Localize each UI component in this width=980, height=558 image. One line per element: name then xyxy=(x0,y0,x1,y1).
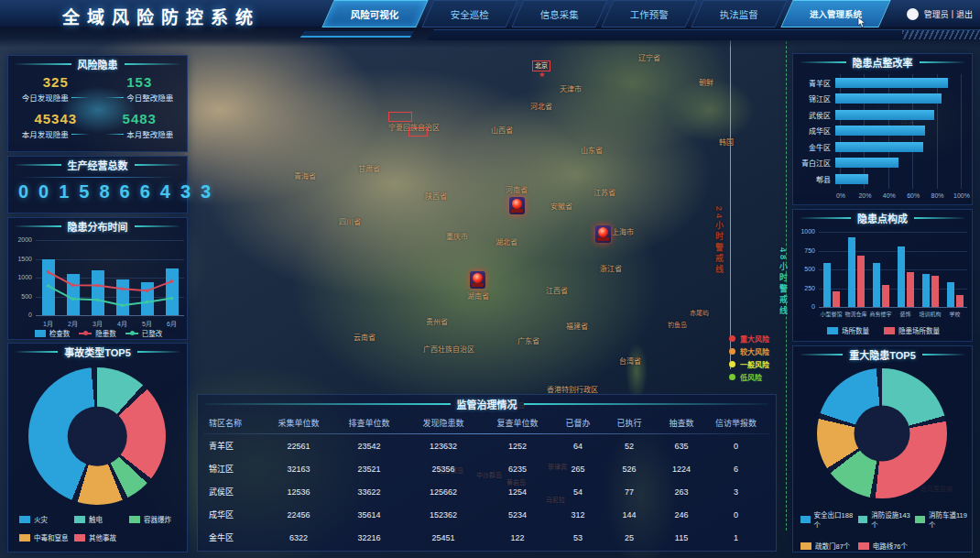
table-cell: 22456 xyxy=(264,510,333,520)
legend-item: 隐患场所数量 xyxy=(884,325,940,335)
risk-legend-label: 低风险 xyxy=(740,372,762,382)
legend-item: 检查数 xyxy=(35,328,71,338)
map-label: 河南省 xyxy=(506,184,528,194)
map-label: 重庆市 xyxy=(446,231,468,241)
tab-执法监督[interactable]: 执法监督 xyxy=(691,0,787,27)
x-tick: 4月 xyxy=(112,319,134,328)
tab-信息采集[interactable]: 信息采集 xyxy=(511,0,607,27)
panel-title: 隐患分布时间 xyxy=(8,218,187,233)
admin-entry-button[interactable]: 进入管理系统 xyxy=(780,0,890,27)
map-label: 天津市 xyxy=(560,83,582,93)
map-label: 湖北省 xyxy=(495,236,517,246)
legend-swatch xyxy=(858,542,869,550)
panel-title: 风险隐患 xyxy=(8,56,187,71)
x-tick: 40% xyxy=(879,192,899,199)
governance-table: 监管治理情况 辖区名称采集单位数排查单位数发现隐患数复查单位数已督办已执行抽查数… xyxy=(197,394,777,552)
map-label: 贵州省 xyxy=(426,316,448,326)
legend-label: 触电 xyxy=(89,514,103,524)
x-tick: 60% xyxy=(903,192,923,199)
legend-label: 隐患数 xyxy=(95,328,116,338)
rectify-bar xyxy=(835,174,868,184)
rectify-row: 青羊区 xyxy=(793,74,974,91)
x-tick: 20% xyxy=(855,192,875,199)
logout-link[interactable]: 退出 xyxy=(956,8,973,20)
gridline xyxy=(819,232,967,233)
warning-line-label: 24小时警戒线 xyxy=(713,206,725,276)
map-label: 甘肃省 xyxy=(358,163,380,173)
accident-type-donut xyxy=(28,367,166,505)
rectify-track xyxy=(835,142,956,152)
risk-legend-item: 重大风险 xyxy=(729,332,769,345)
panel-title: 隐患点构成 xyxy=(793,210,972,224)
rectify-rate-chart: 0%20%40%60%80%100%青羊区锦江区武侯区成华区金牛区青白江区郫县 xyxy=(793,72,974,204)
hazard-composition-chart: 02505007501000小型餐馆物流仓库商务楼宇装饰培训机构学校场所数量隐患… xyxy=(793,226,974,341)
legend-item: 中毒和窒息 xyxy=(19,532,71,542)
legend-swatch xyxy=(827,327,838,334)
alarm-marker-上海市[interactable] xyxy=(595,225,611,243)
tab-风险可视化[interactable]: 风险可视化 xyxy=(321,0,428,27)
x-tick: 100% xyxy=(952,192,972,199)
admin-entry-label: 进入管理系统 xyxy=(810,7,862,20)
tab-安全巡检[interactable]: 安全巡检 xyxy=(421,0,517,27)
gridline xyxy=(819,307,967,308)
table-cell: 成华区 xyxy=(203,509,264,520)
legend-label: 场所数量 xyxy=(842,325,869,335)
table-cell: 312 xyxy=(553,510,603,520)
table-cell: 32163 xyxy=(264,465,333,474)
table-cell: 青羊区 xyxy=(203,440,264,452)
table-cell: 635 xyxy=(656,442,707,451)
map-label: 河北省 xyxy=(530,101,552,111)
y-tick: 500 xyxy=(14,293,32,300)
table-header-cell: 已执行 xyxy=(603,417,656,429)
legend-label: 消防车道119个 xyxy=(929,509,969,530)
table-header-cell: 信访举报数 xyxy=(707,417,765,429)
user-area: 管理员 | 退出 xyxy=(907,0,973,27)
map-label: 福建省 xyxy=(566,321,588,331)
legend-label: 已整改 xyxy=(142,328,163,338)
map-label: 广西壮族自治区 xyxy=(423,344,474,354)
legend-label: 中毒和窒息 xyxy=(34,532,69,542)
map-label: 朝鲜 xyxy=(699,77,713,87)
table-cell: 35614 xyxy=(333,510,405,520)
table-cell: 123632 xyxy=(405,442,482,451)
deco-hatch xyxy=(902,30,980,39)
y-tick: 500 xyxy=(795,266,815,272)
rectify-bar xyxy=(835,110,934,120)
avatar[interactable] xyxy=(907,8,919,20)
table-header-cell: 辖区名称 xyxy=(203,417,264,429)
panel-major-top5: 重大隐患TOP5 安全出口188个消防设施143个消防车道119个疏散门87个电… xyxy=(792,345,973,553)
legend-swatch xyxy=(74,516,85,523)
comp-bar xyxy=(922,274,930,307)
tab-label: 信息采集 xyxy=(540,7,579,21)
table-cell: 6235 xyxy=(482,465,553,474)
legend-swatch xyxy=(858,516,868,523)
y-tick: 0 xyxy=(795,303,815,310)
comp-bar xyxy=(947,282,954,307)
alarm-marker-河南省[interactable] xyxy=(509,197,525,214)
map-label: 香港特别行政区 xyxy=(547,384,598,394)
rectify-label: 郫县 xyxy=(793,174,835,184)
legend-swatch xyxy=(800,516,811,523)
x-tick: 3月 xyxy=(87,319,109,328)
legend-item: 容器爆炸 xyxy=(129,514,180,524)
legend-item: 消防车道119个 xyxy=(915,509,969,530)
alarm-marker-湖南省[interactable] xyxy=(470,271,485,289)
rectify-row: 锦江区 xyxy=(793,91,974,107)
table-cell: 33622 xyxy=(333,487,405,497)
table-row: 锦江区321632352125356623526552612246 xyxy=(198,457,776,480)
legend-item: 已整改 xyxy=(125,328,163,338)
x-tick: 装饰 xyxy=(893,310,919,318)
risk-stat: 45343本月发现隐患 xyxy=(14,111,98,139)
table-header-cell: 已督办 xyxy=(553,417,603,429)
table-cell: 23542 xyxy=(333,442,405,451)
panel-hazard-time-chart: 隐患分布时间 05001000150020001月2月3月4月5月6月检查数隐患… xyxy=(7,217,188,340)
legend-label: 疏散门87个 xyxy=(815,541,850,551)
legend-swatch xyxy=(74,534,85,542)
panel-accident-top5: 事故类型TOP5 火灾触电容器爆炸中毒和窒息其他事故 xyxy=(7,343,188,553)
legend-line-swatch xyxy=(79,333,92,334)
comp-bar xyxy=(873,263,880,307)
map-label: 钓鱼岛 xyxy=(668,320,687,329)
table-cell: 53 xyxy=(553,533,603,542)
tab-工作预警[interactable]: 工作预警 xyxy=(601,0,697,27)
comp-bar xyxy=(823,263,831,307)
